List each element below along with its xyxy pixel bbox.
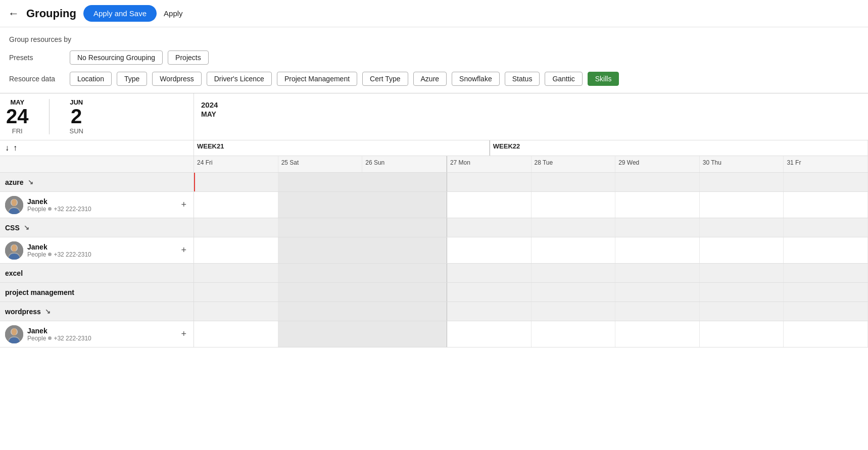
cell-col-27 — [447, 283, 532, 302]
cell-col-30 — [700, 302, 784, 321]
tag-wordpress[interactable]: Wordpress — [152, 72, 201, 86]
cell-col-25 — [278, 283, 363, 302]
cell-col-30 — [700, 283, 784, 302]
avatar-azure-0 — [5, 196, 23, 214]
calendar-year: 2024 — [194, 93, 868, 109]
cell-col-27 — [447, 237, 532, 263]
person-info-wordpress-0: Janek People +32 222-2310 — [27, 327, 175, 342]
day-30thu: 30 Thu — [700, 156, 784, 172]
tag-status[interactable]: Status — [505, 72, 540, 86]
day-31fr: 31 Fr — [784, 156, 868, 172]
cell-col-25 — [278, 302, 363, 321]
tag-cert-type[interactable]: Cert Type — [362, 72, 408, 86]
settings-panel: Group resources by Presets No Resourcing… — [0, 27, 868, 86]
cell-col-24 — [194, 218, 278, 237]
group-row-azure[interactable]: azure ↘ — [0, 173, 868, 192]
page-title: Grouping — [26, 7, 76, 20]
cell-col-31 — [784, 264, 868, 282]
date-separator — [49, 99, 50, 134]
cell-col-29 — [615, 321, 700, 347]
group-row-excel[interactable]: excel — [0, 264, 868, 283]
person-sub-azure-0: People +32 222-2310 — [27, 206, 175, 213]
tag-skills[interactable]: Skills — [588, 72, 619, 86]
group-label-css: CSS ↘ — [0, 218, 194, 237]
cell-col-28 — [532, 264, 616, 282]
person-row-azure-0: Janek People +32 222-2310 + — [0, 192, 868, 218]
person-type-azure-0: People — [27, 206, 46, 213]
group-cells-wordpress — [194, 302, 868, 321]
group-cells-project-management — [194, 283, 868, 302]
tag-drivers-licence[interactable]: Driver's Licence — [207, 72, 272, 86]
cell-col-25 — [278, 321, 363, 347]
cell-col-29 — [615, 173, 700, 191]
person-row-css-0: Janek People +32 222-2310 + — [0, 237, 868, 264]
person-type-css-0: People — [27, 251, 46, 258]
collapse-icon-css: ↘ — [24, 224, 29, 231]
back-button[interactable]: ← — [8, 7, 19, 20]
cell-col-30 — [700, 218, 784, 237]
person-row-wordpress-0: Janek People +32 222-2310 + — [0, 321, 868, 347]
weeks-row: ↓ ↑ WEEK21 WEEK22 — [0, 140, 868, 156]
cell-col-26 — [362, 218, 447, 237]
cell-col-29 — [615, 302, 700, 321]
cell-col-31 — [784, 192, 868, 218]
tag-location[interactable]: Location — [70, 72, 112, 86]
tag-project-management[interactable]: Project Management — [277, 72, 357, 86]
preset-no-resourcing[interactable]: No Resourcing Grouping — [70, 51, 163, 65]
cell-col-27 — [447, 302, 532, 321]
today-indicator — [194, 173, 195, 191]
group-name-css: CSS — [5, 224, 20, 232]
cell-col-30 — [700, 264, 784, 282]
group-label-azure: azure ↘ — [0, 173, 194, 191]
sort-controls: ↓ ↑ — [0, 140, 194, 156]
tag-ganttic[interactable]: Ganttic — [545, 72, 582, 86]
group-label-project-management: project management — [0, 283, 194, 302]
tag-azure[interactable]: Azure — [413, 72, 447, 86]
cell-col-31 — [784, 173, 868, 191]
cell-col-25 — [278, 173, 363, 191]
tag-snowflake[interactable]: Snowflake — [452, 72, 500, 86]
apply-save-button[interactable]: Apply and Save — [83, 5, 157, 22]
add-task-button-wordpress-0[interactable]: + — [179, 327, 188, 341]
cell-col-27 — [447, 321, 532, 347]
person-sub-wordpress-0: People +32 222-2310 — [27, 335, 175, 342]
cell-col-24 — [194, 264, 278, 282]
cell-col-27 — [447, 264, 532, 282]
dot-css-0 — [48, 253, 52, 256]
cell-col-30 — [700, 321, 784, 347]
cell-col-24 — [194, 192, 278, 218]
person-info-azure-0: Janek People +32 222-2310 — [27, 197, 175, 213]
group-row-css[interactable]: CSS ↘ — [0, 218, 868, 237]
cell-col-25 — [278, 264, 363, 282]
group-row-wordpress[interactable]: wordpress ↘ — [0, 302, 868, 321]
cell-col-24 — [194, 283, 278, 302]
sort-desc-button[interactable]: ↑ — [13, 143, 17, 153]
cell-col-28 — [532, 302, 616, 321]
cell-col-28 — [532, 321, 616, 347]
cell-col-26 — [362, 237, 447, 263]
person-name-css-0: Janek — [27, 243, 175, 251]
avatar-css-0 — [5, 241, 23, 260]
person-type-wordpress-0: People — [27, 335, 46, 342]
sort-asc-button[interactable]: ↓ — [5, 143, 9, 153]
calendar-right-header: 2024 MAY — [194, 93, 868, 140]
date1-dow: FRI — [6, 127, 29, 135]
resource-data-row: Resource data Location Type Wordpress Dr… — [9, 72, 859, 86]
cell-col-24 — [194, 302, 278, 321]
group-label-wordpress: wordpress ↘ — [0, 302, 194, 321]
cell-col-25 — [278, 218, 363, 237]
cell-col-29 — [615, 218, 700, 237]
group-resources-label: Group resources by — [9, 35, 859, 43]
group-name-azure: azure — [5, 178, 24, 186]
add-task-button-css-0[interactable]: + — [179, 243, 188, 258]
cell-col-31 — [784, 218, 868, 237]
group-row-project-management[interactable]: project management — [0, 283, 868, 302]
apply-button[interactable]: Apply — [164, 9, 183, 18]
cell-col-25 — [278, 192, 363, 218]
add-task-button-azure-0[interactable]: + — [179, 197, 188, 212]
preset-projects[interactable]: Projects — [168, 51, 209, 65]
person-name-wordpress-0: Janek — [27, 327, 175, 335]
person-left-azure-0: Janek People +32 222-2310 + — [0, 192, 194, 218]
calendar-header: MAY 24 FRI JUN 2 SUN 2024 MAY — [0, 93, 868, 140]
tag-type[interactable]: Type — [117, 72, 147, 86]
